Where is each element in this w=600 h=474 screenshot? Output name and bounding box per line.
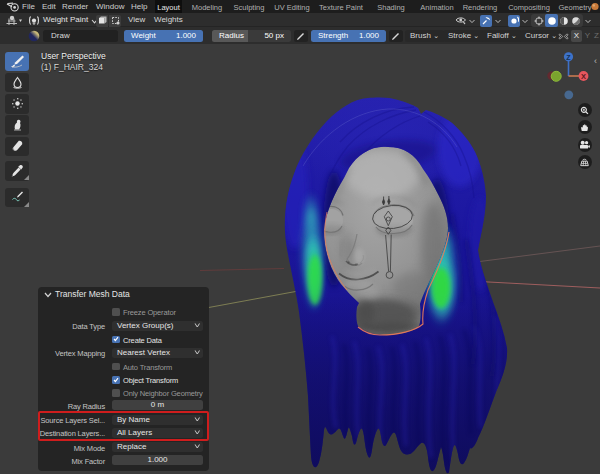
svg-text:X: X — [581, 72, 586, 81]
svg-text:Z: Z — [566, 54, 571, 61]
